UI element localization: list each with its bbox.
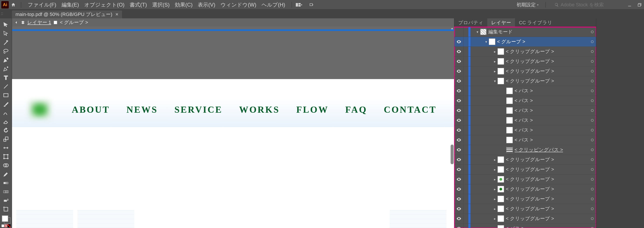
visibility-toggle[interactable] bbox=[454, 165, 464, 174]
target-icon[interactable] bbox=[588, 27, 596, 37]
target-icon[interactable] bbox=[588, 96, 596, 106]
visibility-toggle[interactable] bbox=[454, 204, 464, 214]
disclosure-triangle[interactable]: ▾ bbox=[484, 40, 489, 44]
layer-name[interactable]: < クリップグループ > bbox=[506, 186, 588, 192]
visibility-toggle[interactable] bbox=[454, 174, 464, 184]
menu-item[interactable]: ファイル(F) bbox=[25, 0, 59, 9]
target-icon[interactable] bbox=[588, 125, 596, 135]
stock-search[interactable] bbox=[553, 1, 622, 8]
disclosure-triangle[interactable]: ▸ bbox=[492, 217, 498, 221]
target-icon[interactable] bbox=[588, 116, 596, 125]
layer-row[interactable]: ▸< クリップグループ > bbox=[454, 47, 596, 56]
artboard[interactable]: ABOUTNEWSSERVICEWORKSFLOWFAQCONTACT phot… bbox=[12, 79, 454, 228]
collapsed-panels-strip[interactable] bbox=[596, 18, 644, 228]
close-tab-icon[interactable]: ✕ bbox=[115, 12, 118, 17]
layer-name[interactable]: < パス > bbox=[514, 127, 588, 134]
isolation-back-icon[interactable] bbox=[14, 20, 18, 25]
layer-thumbnail[interactable] bbox=[506, 98, 513, 104]
rotate-tool[interactable] bbox=[1, 126, 11, 134]
layer-name[interactable]: < パス > bbox=[514, 98, 588, 104]
layer-row[interactable]: ▸< クリップグループ > bbox=[454, 165, 596, 174]
selection-tool[interactable] bbox=[1, 20, 11, 29]
disclosure-triangle[interactable]: ▸ bbox=[492, 187, 498, 191]
target-icon[interactable] bbox=[588, 145, 596, 155]
disclosure-triangle[interactable]: ▸ bbox=[492, 60, 498, 64]
layer-thumbnail[interactable] bbox=[489, 38, 495, 45]
shaper-tool[interactable] bbox=[1, 108, 11, 117]
line-segment-tool[interactable] bbox=[1, 82, 11, 91]
type-tool[interactable] bbox=[1, 73, 11, 82]
fill-swatch[interactable] bbox=[2, 215, 8, 222]
layer-thumbnail[interactable] bbox=[480, 28, 486, 35]
visibility-toggle[interactable] bbox=[454, 125, 464, 135]
minimize-icon[interactable] bbox=[626, 2, 633, 8]
lock-toggle[interactable] bbox=[464, 174, 468, 184]
panel-tab[interactable]: プロパティ bbox=[454, 18, 487, 27]
visibility-toggle[interactable] bbox=[454, 76, 464, 86]
target-icon[interactable] bbox=[588, 155, 596, 165]
layer-thumbnail[interactable] bbox=[498, 215, 504, 222]
lock-toggle[interactable] bbox=[464, 184, 468, 194]
vertical-scrollbar[interactable] bbox=[450, 144, 454, 164]
target-icon[interactable] bbox=[588, 56, 596, 66]
lock-toggle[interactable] bbox=[464, 125, 468, 135]
target-icon[interactable] bbox=[588, 194, 596, 204]
target-icon[interactable] bbox=[588, 66, 596, 76]
target-icon[interactable] bbox=[588, 47, 596, 56]
lock-toggle[interactable] bbox=[464, 145, 468, 155]
layer-thumbnail[interactable] bbox=[498, 68, 504, 74]
layer-name[interactable]: < クリップグループ > bbox=[506, 176, 588, 182]
layer-row[interactable]: ▸< クリップグループ > bbox=[454, 194, 596, 204]
layer-thumbnail[interactable] bbox=[506, 117, 513, 124]
app-logo[interactable]: Ai bbox=[1, 1, 9, 8]
visibility-toggle[interactable] bbox=[454, 37, 464, 47]
layer-row[interactable]: < パス > bbox=[454, 96, 596, 106]
layer-thumbnail[interactable] bbox=[506, 127, 513, 134]
lock-toggle[interactable] bbox=[464, 165, 468, 174]
visibility-toggle[interactable] bbox=[454, 27, 464, 37]
layer-thumbnail[interactable] bbox=[498, 58, 504, 65]
lock-toggle[interactable] bbox=[464, 96, 468, 106]
disclosure-triangle[interactable]: ▸ bbox=[492, 168, 498, 172]
target-icon[interactable] bbox=[588, 106, 596, 116]
gpu-preview-icon[interactable] bbox=[308, 2, 314, 8]
layer-name[interactable]: < クリップグループ > bbox=[506, 68, 588, 74]
isolation-layer-link[interactable]: レイヤー 1 bbox=[27, 19, 51, 26]
color-mode-solid[interactable] bbox=[1, 224, 4, 227]
layer-name[interactable]: < クリップグループ > bbox=[506, 78, 588, 84]
menu-item[interactable]: オブジェクト(O) bbox=[82, 0, 127, 9]
layer-row[interactable]: ▸< クリップグループ > bbox=[454, 214, 596, 224]
lock-toggle[interactable] bbox=[464, 214, 468, 224]
visibility-toggle[interactable] bbox=[454, 145, 464, 155]
gradient-tool[interactable] bbox=[1, 179, 11, 188]
layer-thumbnail[interactable] bbox=[498, 186, 504, 192]
target-icon[interactable] bbox=[588, 174, 596, 184]
direct-selection-tool[interactable] bbox=[1, 29, 11, 38]
lasso-tool[interactable] bbox=[1, 47, 11, 56]
rectangle-tool[interactable] bbox=[1, 91, 11, 100]
visibility-toggle[interactable] bbox=[454, 184, 464, 194]
canvas[interactable]: ABOUTNEWSSERVICEWORKSFLOWFAQCONTACT phot… bbox=[12, 27, 454, 228]
target-icon[interactable] bbox=[588, 184, 596, 194]
symbol-sprayer-tool[interactable] bbox=[1, 196, 11, 205]
layer-name[interactable]: < グループ > bbox=[497, 38, 588, 45]
arrange-docs-icon[interactable] bbox=[296, 2, 303, 7]
disclosure-triangle[interactable]: ▾ bbox=[475, 30, 480, 34]
layer-row[interactable]: ▾編集モード bbox=[454, 27, 596, 37]
menu-item[interactable]: 効果(C) bbox=[172, 0, 195, 9]
color-mode-none[interactable] bbox=[8, 224, 10, 227]
layer-row[interactable]: ▾< グループ > bbox=[454, 37, 596, 47]
layer-thumbnail[interactable] bbox=[506, 88, 513, 94]
restore-icon[interactable] bbox=[636, 2, 643, 8]
layer-thumbnail[interactable] bbox=[498, 225, 504, 228]
layer-row[interactable]: ▸< クリップグループ > bbox=[454, 56, 596, 66]
lock-toggle[interactable] bbox=[464, 224, 468, 228]
disclosure-triangle[interactable]: ▸ bbox=[492, 197, 498, 201]
target-icon[interactable] bbox=[588, 224, 596, 228]
lock-toggle[interactable] bbox=[464, 204, 468, 214]
visibility-toggle[interactable] bbox=[454, 106, 464, 116]
disclosure-triangle[interactable]: ▸ bbox=[492, 50, 498, 54]
layer-row[interactable]: ▾< クリップグループ > bbox=[454, 76, 596, 86]
lock-toggle[interactable] bbox=[464, 37, 468, 47]
layers-tree[interactable]: ▾編集モード▾< グループ >▸< クリップグループ >▸< クリップグループ … bbox=[454, 27, 596, 228]
